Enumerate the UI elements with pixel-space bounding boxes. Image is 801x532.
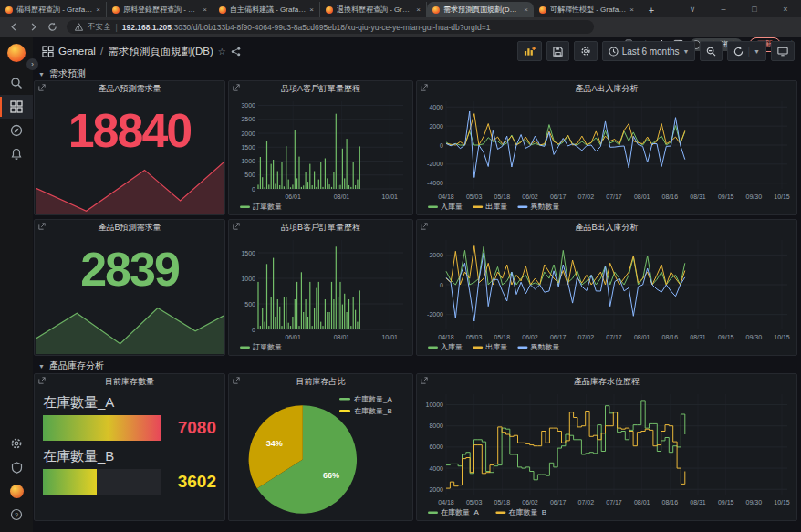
share-icon[interactable] — [231, 47, 241, 57]
screen: 備料歷程查詢 - Grafana×原料登錄歷程查詢 - Grafana×自主備料… — [0, 0, 801, 532]
reload-icon[interactable] — [47, 22, 57, 32]
panel-title[interactable]: 品項B客戶訂單量歷程 — [229, 220, 412, 235]
grafana-favicon — [432, 6, 440, 14]
panel-title[interactable]: 產品B預測需求量 — [35, 220, 224, 235]
external-link-icon[interactable] — [421, 377, 428, 384]
svg-text:1500: 1500 — [241, 144, 255, 151]
sidebar-item-alerting[interactable] — [0, 142, 33, 166]
forward-icon[interactable] — [28, 22, 38, 32]
tab-close-icon[interactable]: × — [203, 5, 207, 14]
maximize-button[interactable]: □ — [739, 5, 770, 14]
external-link-icon[interactable] — [233, 377, 240, 384]
zoom-out-button[interactable] — [700, 41, 723, 61]
back-icon[interactable] — [9, 22, 19, 32]
tab-close-icon[interactable]: × — [309, 5, 314, 14]
gauge-value: 3602 — [169, 472, 216, 492]
svg-text:10/15: 10/15 — [774, 193, 790, 200]
sidebar-item-admin[interactable] — [0, 455, 33, 479]
svg-text:04/18: 04/18 — [438, 334, 454, 340]
svg-text:06/02: 06/02 — [522, 193, 538, 200]
stat-sparkline — [36, 162, 224, 214]
favorite-star-icon[interactable]: ☆ — [218, 47, 226, 57]
row-header-forecast[interactable]: ▼ 需求預測 — [38, 68, 86, 80]
external-link-icon[interactable] — [421, 84, 428, 91]
browser-tab[interactable]: 自主備料建議 - Grafana× — [213, 2, 320, 17]
browser-tab[interactable]: 需求預測頁面規劃(DB) - Gra× — [427, 2, 534, 17]
tab-title: 退換料歷程查詢 - Grafana — [337, 5, 412, 15]
bell-icon — [10, 148, 23, 161]
panel-title[interactable]: 品項A客戶訂單量歷程 — [229, 81, 412, 97]
url-path: :3030/d/b0b133b4-8f90-4064-99c3-8a5cd695… — [172, 23, 490, 32]
browser-tab[interactable]: 備料歷程查詢 - Grafana× — [0, 2, 107, 17]
grafana-logo[interactable] — [7, 44, 26, 62]
browser-tab[interactable]: 可解釋性模型 - Grafana× — [534, 2, 640, 17]
sidebar-item-search[interactable] — [0, 71, 33, 95]
add-panel-button[interactable] — [517, 41, 542, 61]
external-link-icon[interactable] — [421, 223, 428, 230]
url-divider: | — [116, 23, 118, 32]
refresh-button[interactable]: | ▼ — [727, 41, 766, 61]
breadcrumb-root[interactable]: General — [58, 46, 96, 57]
tv-mode-button[interactable] — [771, 41, 795, 61]
svg-text:10/01: 10/01 — [381, 193, 398, 200]
tab-title: 備料歷程查詢 - Grafana — [16, 5, 92, 15]
tab-title: 原料登錄歷程查詢 - Grafana — [123, 5, 199, 15]
shield-icon — [11, 462, 23, 474]
svg-text:2000: 2000 — [429, 252, 443, 258]
browser-tab[interactable]: 原料登錄歷程查詢 - Grafana× — [107, 2, 213, 17]
close-button[interactable]: × — [770, 5, 801, 14]
sidebar-expand-button[interactable]: › — [26, 58, 38, 70]
external-link-icon[interactable] — [38, 223, 46, 230]
panel-flow-a: 產品A出入庫分析 04/1805/0305/1806/0206/1707/020… — [416, 80, 797, 215]
external-link-icon[interactable] — [233, 223, 240, 230]
svg-text:3000: 3000 — [241, 102, 255, 109]
tab-close-icon[interactable]: × — [416, 5, 421, 14]
tab-close-icon[interactable]: × — [629, 5, 634, 14]
sidebar-item-dashboards[interactable] — [0, 95, 33, 119]
sidebar-item-help[interactable]: ? — [0, 503, 33, 527]
flow-a-chart: 04/1805/0305/1806/0206/1707/0207/1708/01… — [419, 97, 795, 213]
dashboards-icon — [10, 100, 23, 113]
svg-text:08/01: 08/01 — [334, 193, 350, 200]
svg-text:34%: 34% — [266, 439, 283, 448]
settings-gear-icon — [580, 46, 591, 57]
svg-text:05/03: 05/03 — [466, 499, 483, 506]
panel-title[interactable]: 產品A預測需求量 — [35, 81, 224, 97]
external-link-icon[interactable] — [38, 84, 46, 91]
new-tab-button[interactable]: + — [644, 3, 659, 17]
panel-title[interactable]: 目前庫存占比 — [229, 374, 412, 390]
browser-tab[interactable]: 退換料歷程查詢 - Grafana× — [320, 2, 427, 17]
svg-text:1500: 1500 — [241, 250, 255, 256]
spark-a — [36, 162, 224, 214]
tab-search-icon[interactable]: ∨ — [677, 5, 708, 14]
panel-title[interactable]: 產品庫存水位歷程 — [417, 374, 796, 390]
time-range-picker[interactable]: Last 6 months ▼ — [602, 41, 696, 61]
sidebar-item-explore[interactable] — [0, 119, 33, 142]
panel-title[interactable]: 產品B出入庫分析 — [417, 220, 796, 235]
panel-flow-b: 產品B出入庫分析 04/1805/0305/1806/0206/1707/020… — [416, 219, 797, 356]
row-header-inventory[interactable]: ▼ 產品庫存分析 — [38, 360, 104, 372]
tab-close-icon[interactable]: × — [96, 5, 100, 14]
stat-sparkline — [36, 303, 224, 354]
panel-title[interactable]: 目前庫存數量 — [35, 374, 224, 390]
gauge-label: 在庫數量_A — [43, 394, 216, 412]
tab-close-icon[interactable]: × — [524, 5, 528, 14]
save-dashboard-button[interactable] — [546, 41, 569, 61]
external-link-icon[interactable] — [38, 377, 46, 384]
refresh-interval-chevron-icon[interactable]: ▼ — [754, 48, 760, 55]
external-link-icon[interactable] — [233, 84, 240, 91]
gauge-row: 3602 — [43, 469, 216, 495]
panel-title[interactable]: 產品A出入庫分析 — [417, 81, 796, 97]
minimize-button[interactable]: – — [708, 5, 739, 14]
svg-text:08/01: 08/01 — [634, 334, 650, 340]
svg-text:8000: 8000 — [429, 422, 443, 429]
page-title[interactable]: 需求預測頁面規劃(DB) — [108, 45, 213, 58]
sidebar-item-profile[interactable] — [0, 479, 33, 503]
help-icon: ? — [10, 508, 23, 521]
dashboard-settings-button[interactable] — [574, 41, 598, 61]
url-bar[interactable]: 不安全 | 192.168.1.205:3030/d/b0b133b4-8f90… — [67, 20, 594, 34]
svg-text:09/30: 09/30 — [746, 334, 763, 340]
sidebar-item-settings[interactable] — [0, 432, 33, 455]
svg-text:?: ? — [15, 511, 18, 519]
svg-text:07/17: 07/17 — [606, 193, 622, 200]
